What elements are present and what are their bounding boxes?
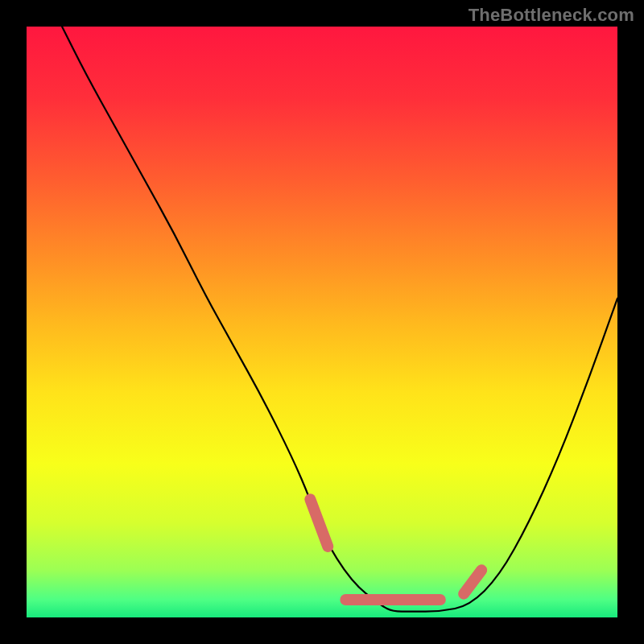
chart-frame: TheBottleneck.com [0, 0, 644, 644]
svg-line-1 [310, 499, 328, 547]
plot-area [27, 27, 617, 617]
bottleneck-curve [27, 27, 617, 617]
svg-line-3 [464, 570, 481, 593]
watermark-text: TheBottleneck.com [469, 5, 634, 26]
